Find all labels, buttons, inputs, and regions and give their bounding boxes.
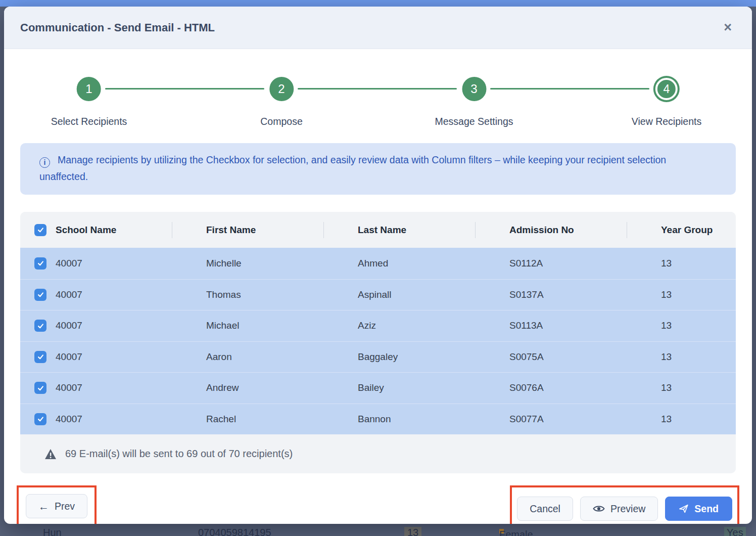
column-header-school-name[interactable]: School Name	[56, 225, 116, 236]
cell-first-name: Andrew	[172, 382, 323, 393]
cell-school-name: 40007	[56, 289, 82, 300]
cell-last-name: Ahmed	[323, 258, 475, 269]
cell-last-name: Bannon	[323, 414, 475, 425]
step-2-circle: 2	[269, 77, 294, 101]
column-header-first-name[interactable]: First Name	[172, 225, 323, 236]
background-cell-name: Hun	[43, 527, 62, 536]
table-row[interactable]: 40007 Michael Aziz S0113A 13	[20, 310, 736, 341]
send-button[interactable]: Send	[665, 497, 732, 521]
column-header-last-name[interactable]: Last Name	[323, 225, 475, 236]
row-checkbox[interactable]	[34, 257, 46, 270]
cell-year-group: 13	[627, 414, 736, 425]
modal-actions: ← Prev Cancel Preview Send	[17, 485, 739, 524]
cell-admission-no: S0077A	[475, 414, 627, 425]
step-compose[interactable]: 2 Compose	[260, 74, 302, 127]
cell-school-name: 40007	[56, 414, 82, 425]
step-1-label: Select Recipients	[51, 116, 127, 127]
modal-title: Communication - Send Email - HTML	[20, 21, 215, 34]
step-3-label: Message Settings	[435, 116, 513, 127]
cell-school-name: 40007	[56, 382, 82, 393]
prev-button[interactable]: ← Prev	[26, 494, 87, 518]
step-4-label: View Recipients	[632, 116, 701, 127]
preview-button[interactable]: Preview	[580, 497, 658, 521]
cell-first-name: Aaron	[172, 351, 323, 363]
table-header-row: School Name First Name Last Name Admissi…	[20, 212, 736, 248]
cell-first-name: Michael	[172, 320, 323, 331]
table-row[interactable]: 40007 Rachel Bannon S0077A 13	[20, 404, 736, 435]
table-row[interactable]: 40007 Michelle Ahmed S0112A 13	[20, 248, 736, 279]
cell-last-name: Aspinall	[323, 289, 475, 300]
cell-admission-no: S0076A	[475, 382, 627, 393]
cell-year-group: 13	[627, 289, 736, 300]
table-body: 40007 Michelle Ahmed S0112A 13 40007 Tho…	[20, 248, 736, 434]
info-icon: i	[39, 157, 50, 168]
cell-year-group: 13	[627, 320, 736, 331]
paper-plane-icon	[679, 504, 689, 514]
cell-first-name: Thomas	[172, 289, 323, 300]
background-page-header-bar	[0, 0, 756, 7]
eye-icon	[593, 505, 605, 513]
cancel-button[interactable]: Cancel	[517, 497, 573, 521]
row-checkbox[interactable]	[34, 413, 46, 425]
send-email-modal: Communication - Send Email - HTML × 1 Se…	[4, 7, 752, 524]
annotation-box-send-group: Cancel Preview Send	[510, 485, 739, 524]
cell-admission-no: S0137A	[475, 289, 627, 300]
table-row[interactable]: 40007 Andrew Bailey S0076A 13	[20, 372, 736, 404]
cell-last-name: Baggaley	[323, 351, 475, 363]
cell-school-name: 40007	[56, 258, 82, 269]
warning-icon	[44, 449, 57, 460]
table-row[interactable]: 40007 Aaron Baggaley S0075A 13	[20, 341, 736, 373]
recipients-summary-text: 69 E-mail(s) will be sent to 69 out of 7…	[65, 448, 293, 460]
cell-last-name: Bailey	[323, 382, 475, 393]
cell-year-group: 13	[627, 351, 736, 363]
row-checkbox[interactable]	[34, 351, 46, 363]
cell-admission-no: S0113A	[475, 320, 627, 331]
step-select-recipients[interactable]: 1 Select Recipients	[51, 74, 127, 127]
step-2-label: Compose	[260, 116, 302, 127]
column-header-admission-no[interactable]: Admission No	[475, 225, 627, 236]
step-3-circle: 3	[462, 77, 486, 101]
arrow-left-icon: ←	[38, 501, 49, 512]
step-view-recipients[interactable]: 4 View Recipients	[632, 74, 701, 127]
step-4-circle: 4	[655, 78, 678, 100]
cell-last-name: Aziz	[323, 320, 475, 331]
cell-year-group: 13	[627, 258, 736, 269]
wizard-stepper: 1 Select Recipients 2 Compose 3 Message …	[4, 49, 752, 143]
row-checkbox[interactable]	[34, 289, 46, 301]
cell-school-name: 40007	[56, 320, 82, 331]
background-page-partial-row: Hun 0704059814195 13 Female Yes	[0, 525, 756, 536]
stepper-connector	[298, 88, 457, 90]
background-cell-status: Yes	[724, 527, 746, 536]
modal-header: Communication - Send Email - HTML ×	[4, 7, 752, 49]
recipients-table: School Name First Name Last Name Admissi…	[20, 212, 736, 473]
stepper-connector	[490, 88, 649, 90]
row-checkbox[interactable]	[34, 382, 46, 394]
step-1-circle: 1	[77, 77, 101, 101]
row-checkbox[interactable]	[34, 320, 46, 332]
info-banner: iManage recipients by utilizing the Chec…	[20, 143, 736, 195]
recipients-summary: 69 E-mail(s) will be sent to 69 out of 7…	[20, 434, 736, 473]
annotation-box-prev: ← Prev	[17, 485, 97, 524]
table-row[interactable]: 40007 Thomas Aspinall S0137A 13	[20, 279, 736, 310]
info-banner-text: Manage recipients by utilizing the Check…	[39, 154, 666, 182]
stepper-connector	[105, 88, 264, 90]
cell-school-name: 40007	[56, 351, 82, 363]
cell-first-name: Michelle	[172, 258, 323, 269]
close-icon[interactable]: ×	[720, 19, 736, 36]
column-header-year-group[interactable]: Year Group	[627, 225, 736, 236]
step-message-settings[interactable]: 3 Message Settings	[435, 74, 513, 127]
background-cell-year: 13	[404, 527, 421, 536]
cell-year-group: 13	[627, 382, 736, 393]
select-all-checkbox[interactable]	[34, 224, 46, 236]
background-cell-phone: 0704059814195	[198, 527, 271, 536]
cell-first-name: Rachel	[172, 414, 323, 425]
cell-admission-no: S0112A	[475, 258, 627, 269]
cell-admission-no: S0075A	[475, 351, 627, 363]
